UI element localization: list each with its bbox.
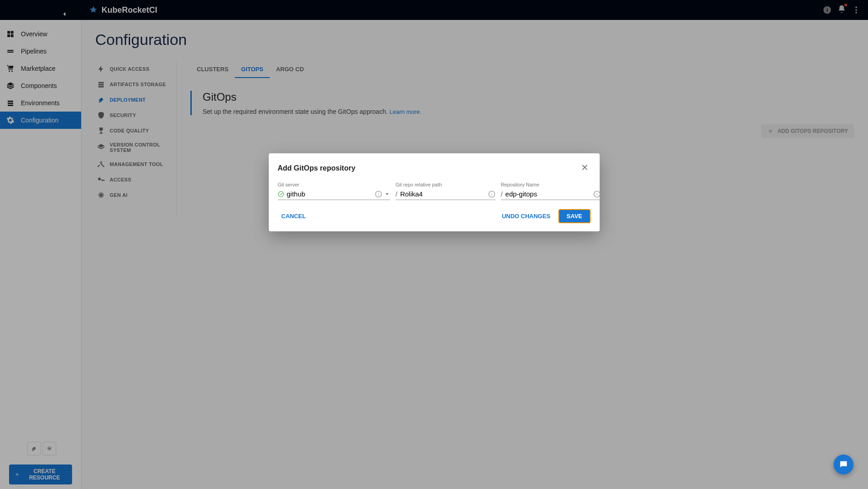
chat-fab[interactable] bbox=[834, 455, 853, 474]
git-server-label: Git server bbox=[278, 182, 390, 187]
repo-name-label: Repository Name bbox=[501, 182, 601, 187]
info-icon[interactable]: i bbox=[488, 191, 495, 198]
close-icon bbox=[581, 163, 589, 171]
add-gitops-dialog: Add GitOps repository Git server i Git r… bbox=[269, 153, 600, 231]
dialog-title: Add GitOps repository bbox=[278, 164, 356, 172]
relative-path-input[interactable] bbox=[400, 190, 486, 198]
close-dialog-button[interactable] bbox=[579, 161, 591, 175]
git-server-input[interactable] bbox=[287, 190, 373, 198]
repo-name-input[interactable] bbox=[505, 190, 592, 198]
svg-text:i: i bbox=[596, 192, 597, 196]
name-prefix: / bbox=[501, 190, 503, 198]
undo-changes-button[interactable]: UNDO CHANGES bbox=[498, 210, 554, 222]
cancel-button[interactable]: CANCEL bbox=[278, 210, 310, 222]
relative-path-label: Git repo relative path bbox=[396, 182, 495, 187]
path-prefix: / bbox=[396, 190, 398, 198]
check-icon bbox=[278, 191, 284, 197]
save-button[interactable]: SAVE bbox=[558, 209, 590, 223]
chat-icon bbox=[839, 460, 849, 469]
chevron-down-icon[interactable] bbox=[384, 191, 390, 197]
svg-text:i: i bbox=[378, 192, 379, 196]
svg-text:i: i bbox=[491, 192, 492, 196]
info-icon[interactable]: i bbox=[593, 191, 601, 198]
info-icon[interactable]: i bbox=[375, 191, 382, 198]
modal-overlay[interactable]: Add GitOps repository Git server i Git r… bbox=[0, 0, 868, 489]
